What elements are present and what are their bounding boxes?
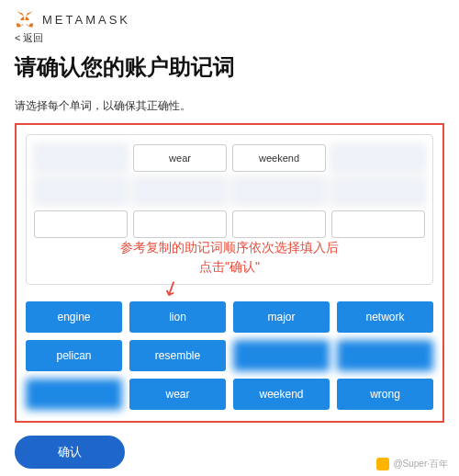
svg-marker-0 (26, 11, 33, 17)
word-choice-wrong[interactable]: wrong (337, 379, 433, 410)
seed-slot-3[interactable] (331, 144, 425, 172)
seed-slots-container: wearweekend 参考复制的助记词顺序依次选择填入后 点击"确认" ↙ (26, 134, 433, 285)
seed-slot-1[interactable]: wear (133, 144, 227, 172)
app-header: METAMASK (15, 9, 444, 29)
seed-slot-10[interactable] (232, 210, 326, 238)
svg-marker-3 (17, 23, 22, 27)
word-choice-resemble[interactable]: resemble (129, 340, 226, 371)
seed-slot-5[interactable] (133, 177, 227, 205)
word-choice-lion[interactable]: lion (129, 301, 226, 333)
page-subtitle: 请选择每个单词，以确保其正确性。 (15, 98, 444, 114)
seed-slot-0[interactable] (34, 144, 128, 172)
arrow-icon: ↙ (158, 274, 183, 302)
seed-slot-11[interactable] (331, 210, 425, 238)
word-choice-major[interactable]: major (233, 301, 330, 333)
annotation-box: wearweekend 参考复制的助记词顺序依次选择填入后 点击"确认" ↙ e… (15, 123, 444, 423)
seed-slot-2[interactable]: weekend (232, 144, 326, 172)
svg-marker-1 (17, 11, 24, 17)
seed-slot-6[interactable] (232, 177, 326, 205)
seed-slot-9[interactable] (133, 210, 227, 238)
weibo-icon (376, 458, 389, 470)
back-link[interactable]: < 返回 (15, 31, 444, 45)
word-choice-pelican[interactable]: pelican (26, 340, 122, 371)
word-choice-engine[interactable]: engine (26, 301, 122, 333)
word-choice-wear[interactable]: wear (129, 379, 226, 410)
word-choice-8[interactable] (26, 379, 122, 410)
watermark: @Super·百年 (376, 458, 448, 470)
metamask-logo-icon (15, 9, 35, 29)
seed-slot-4[interactable] (34, 177, 128, 205)
svg-marker-5 (26, 17, 29, 20)
word-choice-6[interactable] (233, 340, 330, 371)
confirm-button[interactable]: 确认 (15, 436, 125, 469)
word-choice-network[interactable]: network (337, 301, 433, 333)
svg-marker-4 (20, 17, 24, 20)
svg-marker-2 (28, 23, 33, 27)
seed-slot-7[interactable] (331, 177, 425, 205)
word-choice-7[interactable] (337, 340, 433, 371)
svg-marker-7 (26, 23, 28, 26)
seed-slots-grid: wearweekend (34, 144, 425, 238)
svg-marker-6 (21, 23, 24, 26)
brand-text: METAMASK (42, 13, 130, 27)
seed-slot-8[interactable] (34, 210, 128, 238)
instruction-overlay: 参考复制的助记词顺序依次选择填入后 点击"确认" (27, 238, 432, 277)
word-choices-grid: enginelionmajornetworkpelicanresemblewea… (26, 301, 433, 410)
word-choice-weekend[interactable]: weekend (233, 379, 330, 410)
page-title: 请确认您的账户助记词 (15, 52, 444, 82)
